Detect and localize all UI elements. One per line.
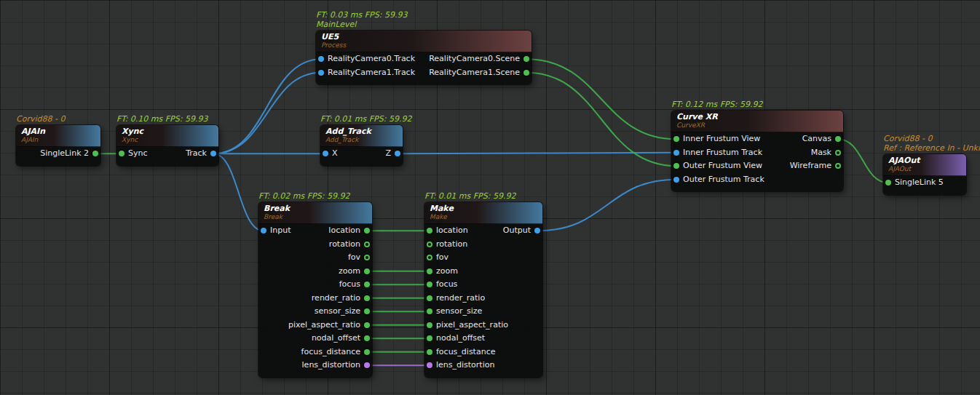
pin-row: zoom [258,265,372,279]
node-header[interactable]: MakeMake [424,202,542,224]
edge-ue5.0-to-curve_xr.0[interactable] [526,59,676,139]
pin-sensor-size-output[interactable] [364,308,370,314]
pin-focus-output[interactable] [364,282,370,287]
pin-realitycamera1-scene-output[interactable] [523,70,529,76]
pin-row: fov [258,251,372,265]
pin-label: Outer Frustum View [683,161,762,170]
pin-nodal-offset-output[interactable] [364,335,370,341]
node-xync[interactable]: XyncXyncSyncTrack [116,125,218,166]
pin-realitycamera1-track-input[interactable] [318,70,324,76]
pin-label: RealityCamera1.Track [328,68,415,77]
edge-ue5.1-to-curve_xr.2[interactable] [526,73,676,167]
edge-make.0-to-curve_xr.3[interactable] [537,180,676,231]
pin-focus-distance-input[interactable] [427,349,432,355]
pin-label: fov [436,253,448,262]
pin-render-ratio-output[interactable] [364,295,370,301]
node-header[interactable]: AJAInAJAIn [16,125,100,147]
pin-lens-distortion-input[interactable] [427,362,432,368]
pin-label: RealityCamera1.Scene [429,68,520,77]
pin-label: focus [339,280,360,289]
pin-sync-input[interactable] [119,151,125,156]
node-body: locationOutputrotationfovzoomfocusrender… [424,224,542,372]
pin-outer-frustum-view-input[interactable] [673,163,679,169]
pin-z-output[interactable] [395,151,400,156]
device-label: Corvid88 - 0 [883,134,980,143]
edge-curve_xr.0-to-ajaout.0[interactable] [838,139,888,183]
node-header[interactable]: Curve XRCurveXR [671,111,843,132]
edge-xync.0-to-break.0[interactable] [213,153,264,231]
pin-track-output[interactable] [210,151,216,156]
pin-label: Outer Frustum Track [683,175,764,184]
pin-singlelink-5-input[interactable] [885,180,891,185]
pin-rotation-output[interactable] [364,242,370,247]
pin-inner-frustum-track-input[interactable] [673,150,679,156]
node-curve_xr[interactable]: Curve XRCurveXRInner Frustum ViewCanvasI… [671,111,843,191]
pin-label: Inner Frustum View [683,135,760,143]
pin-label: location [328,226,360,235]
pin-inner-frustum-view-input[interactable] [673,136,679,142]
pin-focus-input[interactable] [427,282,432,287]
pin-fov-output[interactable] [364,255,370,260]
perf-stats-label: FT: 0.02 ms FPS: 59.92 [258,191,349,201]
pin-row: sensor_size [258,305,372,319]
pin-label: Wireframe [790,161,831,170]
node-add_track[interactable]: Add_TrackAdd_TrackXZ [320,125,403,166]
pin-pixel-aspect-ratio-output[interactable] [364,322,370,328]
pin-label: Z [385,149,391,158]
node-ajain[interactable]: AJAInAJAInSingleLink 2 [16,125,100,166]
edge-add_track.0-to-curve_xr.1[interactable] [398,153,676,154]
node-header[interactable]: BreakBreak [258,202,372,224]
pin-sensor-size-input[interactable] [427,308,432,314]
pin-row: XZ [320,147,403,161]
pin-x-input[interactable] [323,151,328,156]
pin-label: Canvas [802,135,831,143]
node-break[interactable]: BreakBreakInputlocationrotationfovzoomfo… [258,202,372,378]
pin-focus-distance-output[interactable] [364,349,370,355]
node-ue5[interactable]: UE5ProcessRealityCamera0.TrackRealityCam… [316,31,532,84]
pin-nodal-offset-input[interactable] [427,335,432,341]
node-header[interactable]: UE5Process [316,31,532,52]
pin-row: pixel_aspect_ratio [258,319,372,332]
pin-output-output[interactable] [534,228,540,234]
pin-render-ratio-input[interactable] [427,295,432,301]
edge-xync.0-to-ue5.1[interactable] [213,73,321,154]
node-header[interactable]: AJAOutAJAOut [883,154,966,176]
node-annotation-xync: FT: 0.10 ms FPS: 59.93 [116,114,208,124]
pin-location-output[interactable] [364,228,370,234]
pin-fov-input[interactable] [427,255,432,260]
pin-pixel-aspect-ratio-input[interactable] [427,322,432,328]
pin-lens-distortion-output[interactable] [364,362,370,368]
pin-row: render_ratio [424,292,542,306]
pin-wireframe-output[interactable] [835,163,841,169]
pin-row: fov [424,251,542,265]
pin-mask-output[interactable] [835,150,841,156]
node-header[interactable]: Add_TrackAdd_Track [320,125,403,147]
pin-label: location [436,226,468,235]
node-make[interactable]: MakeMakelocationOutputrotationfovzoomfoc… [424,202,542,378]
pin-singlelink-2-output[interactable] [92,151,98,156]
pin-realitycamera0-scene-output[interactable] [523,56,529,62]
pin-row: zoom [424,265,542,279]
pin-label: RealityCamera0.Scene [429,55,520,63]
node-graph-canvas[interactable]: Corvid88 - 0AJAInAJAInSingleLink 2FT: 0.… [0,0,980,395]
node-header[interactable]: XyncXync [116,125,218,147]
node-annotation-ajain: Corvid88 - 0 [16,114,65,124]
pin-canvas-output[interactable] [835,136,841,142]
pin-zoom-input[interactable] [427,268,432,274]
pin-realitycamera0-track-input[interactable] [318,56,324,62]
pin-row: nodal_offset [424,332,542,346]
pin-row: rotation [258,238,372,252]
pin-input-input[interactable] [261,228,266,234]
node-subtitle: Process [321,41,527,49]
node-subtitle: Xync [122,136,214,144]
node-ajaout[interactable]: AJAOutAJAOutSingleLink 5 [883,154,966,195]
edge-xync.0-to-ue5.0[interactable] [213,59,321,153]
node-body: SyncTrack [116,147,218,161]
pin-zoom-output[interactable] [364,268,370,274]
pin-rotation-input[interactable] [427,242,432,247]
pin-location-input[interactable] [427,228,432,234]
pin-row: focus_distance [258,346,372,359]
pin-outer-frustum-track-input[interactable] [673,177,679,183]
pin-label: render_ratio [436,294,485,303]
pin-label: Output [503,226,531,235]
